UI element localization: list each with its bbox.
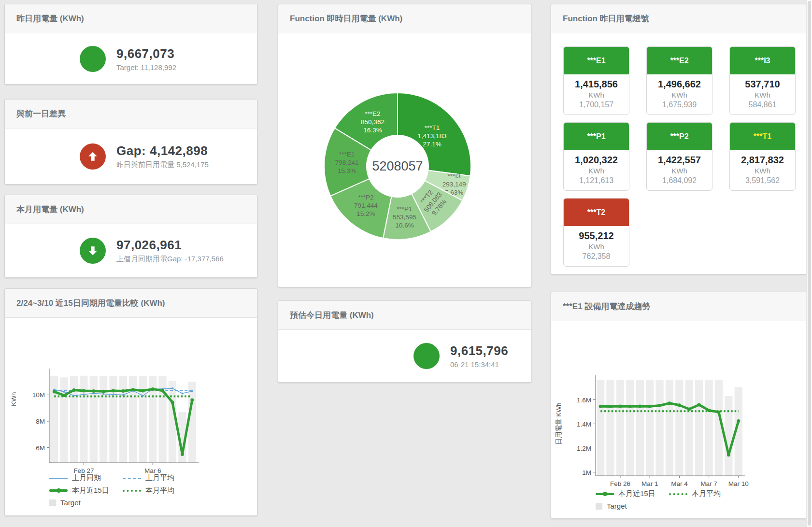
status-circle-icon [413, 343, 440, 369]
data-point[interactable] [72, 388, 76, 392]
data-point[interactable] [727, 453, 730, 456]
target-bar[interactable] [90, 376, 98, 463]
target-bar[interactable] [139, 376, 147, 463]
target-bar[interactable] [188, 382, 196, 463]
data-point[interactable] [191, 390, 193, 392]
target-bar[interactable] [597, 380, 604, 476]
data-point[interactable] [92, 389, 95, 393]
data-point[interactable] [707, 409, 711, 412]
x-tick-label: Mar 10 [728, 480, 749, 487]
target-bar[interactable] [646, 380, 654, 476]
legend-item[interactable]: 上月同期 [49, 473, 123, 483]
tile-value: 1,020,322 [564, 155, 629, 166]
data-point[interactable] [171, 400, 174, 404]
data-point[interactable] [63, 391, 65, 393]
data-point[interactable] [190, 399, 194, 402]
data-point[interactable] [62, 394, 66, 397]
trend-chart-canvas[interactable]: 1M1.2M1.4M1.6MFeb 26Mar 1Mar 4Mar 7Mar 1… [551, 321, 807, 489]
data-point[interactable] [658, 404, 661, 407]
comparison-chart-legend: 上月同期上月平均本月近15日本月平均Target [49, 473, 174, 510]
card-compare-chart: 2/24~3/10 近15日同期用電量比較 (KWh) 6M8M10MFeb 2… [4, 288, 257, 516]
tile-unit: KWh [730, 167, 795, 175]
legend-item[interactable]: 本月近15日 [49, 486, 123, 495]
scrollbar-thumb[interactable] [808, 1, 811, 526]
donut-chart-canvas[interactable]: ***T11,413,18327.1%***I3293,1495.63%***T… [278, 33, 530, 287]
legend-label: 本月平均 [692, 489, 721, 499]
tile-value: 1,496,662 [647, 79, 712, 90]
legend-line-green-icon [596, 493, 614, 495]
data-point[interactable] [151, 387, 155, 391]
data-point[interactable] [122, 389, 125, 393]
data-point[interactable] [668, 401, 671, 405]
data-point[interactable] [678, 403, 681, 407]
data-point[interactable] [53, 390, 56, 393]
target-bar[interactable] [675, 380, 683, 476]
target-bar[interactable] [626, 380, 634, 476]
target-bar[interactable] [685, 380, 693, 476]
data-point[interactable] [648, 405, 652, 408]
data-point[interactable] [131, 388, 135, 391]
legend-item[interactable]: 本月近15日 [596, 489, 669, 499]
data-point[interactable] [161, 389, 164, 392]
target-bar[interactable] [60, 377, 68, 463]
data-point[interactable] [181, 453, 184, 456]
legend-dot-green-icon [669, 493, 687, 495]
legend-item[interactable]: Target [49, 499, 81, 507]
card-realtime-donut: Function 即時日用電量 (KWh) ***T11,413,18327.1… [278, 4, 531, 287]
target-bar[interactable] [705, 380, 712, 476]
card-month-usage: 本月用電量 (KWh) 97,026,961 上個月同期用電Gap: -17,3… [4, 195, 257, 278]
card-title-text: Function 即時日用電量 (KWh) [290, 13, 402, 24]
target-bar[interactable] [725, 396, 732, 476]
data-point[interactable] [628, 405, 632, 408]
data-point[interactable] [717, 411, 721, 414]
comparison-chart-canvas[interactable]: 6M8M10MFeb 27Mar 6KWh [5, 318, 257, 484]
legend-dot-green-icon [123, 490, 141, 492]
data-point[interactable] [113, 394, 114, 396]
legend-item[interactable]: Target [596, 502, 627, 510]
data-point[interactable] [599, 405, 602, 408]
data-point[interactable] [181, 392, 183, 394]
card-title-forecast: 預估今日用電量 (KWh) [278, 301, 531, 330]
target-bar[interactable] [80, 376, 87, 463]
status-tile: ***P21,422,557KWh1,684,092 [646, 122, 712, 191]
target-bar[interactable] [636, 380, 644, 476]
data-point[interactable] [83, 394, 85, 396]
data-point[interactable] [737, 419, 740, 423]
data-point[interactable] [122, 394, 124, 396]
data-point[interactable] [112, 389, 115, 392]
target-bar[interactable] [100, 376, 107, 463]
target-bar[interactable] [119, 376, 127, 463]
tile-header: ***E2 [647, 47, 712, 74]
data-point[interactable] [619, 405, 622, 408]
data-point[interactable] [698, 403, 701, 407]
card-title-text: 昨日用電量 (KWh) [16, 13, 84, 24]
data-point[interactable] [638, 405, 641, 408]
legend-dash-blue-icon [123, 478, 141, 479]
target-bar[interactable] [606, 380, 614, 476]
card-title-day-gap: 與前一日差異 [5, 100, 257, 128]
kpi-subtitle: Target: 11,128,992 [116, 63, 176, 71]
data-point[interactable] [82, 389, 85, 392]
tile-unit: KWh [564, 167, 629, 175]
data-point[interactable] [73, 395, 75, 397]
status-tile: ***E11,415,856KWh1,700,157 [563, 46, 629, 115]
data-point[interactable] [102, 390, 105, 393]
data-point[interactable] [142, 395, 144, 397]
data-point[interactable] [687, 408, 691, 411]
data-point[interactable] [141, 389, 144, 392]
target-bar[interactable] [695, 380, 703, 476]
tile-header: ***P1 [564, 123, 629, 150]
data-point[interactable] [171, 387, 173, 389]
target-bar[interactable] [666, 380, 673, 476]
data-point[interactable] [609, 405, 612, 408]
legend-item[interactable]: 本月平均 [123, 486, 174, 495]
target-bar[interactable] [655, 380, 663, 476]
tile-target: 1,675,939 [647, 100, 712, 109]
kpi-value: 9,667,073 [116, 46, 176, 61]
data-point[interactable] [102, 393, 104, 395]
target-bar[interactable] [109, 376, 117, 463]
kpi-value: Gap: 4,142,898 [116, 143, 209, 158]
target-bar[interactable] [616, 380, 624, 476]
legend-item[interactable]: 本月平均 [669, 489, 721, 499]
legend-item[interactable]: 上月平均 [123, 473, 174, 483]
